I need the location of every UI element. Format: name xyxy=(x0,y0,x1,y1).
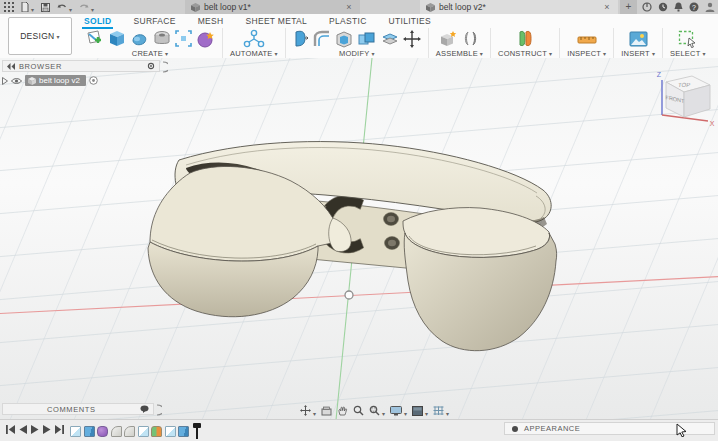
pan-tool-button[interactable] xyxy=(300,402,316,420)
group-automate: AUTOMATE xyxy=(223,28,286,58)
construct-plane-icon[interactable] xyxy=(517,29,533,48)
create-form-icon[interactable] xyxy=(196,30,215,48)
fillet-icon[interactable] xyxy=(313,30,331,48)
timeline-position-marker[interactable] xyxy=(196,424,198,439)
scene-canvas[interactable] xyxy=(0,58,718,419)
play-button[interactable] xyxy=(31,425,39,434)
profile-avatar-icon[interactable] xyxy=(705,2,715,12)
save-icon[interactable] xyxy=(41,3,50,12)
grid-settings-button[interactable] xyxy=(433,402,449,420)
viewport-3d[interactable]: BROWSER belt loop v2 TOP xyxy=(0,58,718,419)
group-inspect: INSPECT xyxy=(560,28,614,58)
model-hole-bottom-inner xyxy=(388,240,396,247)
automate-icon[interactable] xyxy=(243,29,265,49)
pan-icon xyxy=(300,405,311,416)
viewports-icon xyxy=(412,406,423,416)
automate-dropdown[interactable]: AUTOMATE xyxy=(230,49,278,58)
appearance-dot-icon xyxy=(511,425,519,433)
help-icon[interactable]: ? xyxy=(689,2,699,12)
expand-comments-chevron-icon[interactable] xyxy=(156,404,162,416)
split-body-icon[interactable] xyxy=(380,31,399,47)
timeline-feature-fillet[interactable] xyxy=(111,426,122,437)
select-icon[interactable] xyxy=(678,30,697,48)
viewcube[interactable]: TOP FRONT Z X xyxy=(646,58,718,130)
mouse-cursor xyxy=(676,423,688,437)
combine-icon[interactable] xyxy=(357,30,376,48)
inspect-dropdown[interactable]: INSPECT xyxy=(567,49,606,58)
browser-panel-header[interactable]: BROWSER xyxy=(2,60,160,72)
step-forward-button[interactable] xyxy=(43,425,51,434)
modify-caret-icon xyxy=(369,49,374,58)
shell-icon[interactable] xyxy=(335,30,353,48)
assemble-dropdown[interactable]: ASSEMBLE xyxy=(436,49,483,58)
main-toolbar: DESIGN SOLID SURFACE MESH SHEET METAL PL… xyxy=(0,14,718,59)
expand-browser-chevron-icon[interactable] xyxy=(162,61,168,73)
timeline-feature-extrude[interactable] xyxy=(84,426,95,437)
extrude-icon[interactable] xyxy=(108,29,126,48)
construct-dropdown[interactable]: CONSTRUCT xyxy=(498,49,552,58)
workspace-label: DESIGN xyxy=(20,31,54,41)
monitor-icon xyxy=(390,406,402,416)
revolve-icon[interactable] xyxy=(130,31,149,47)
timeline-feature-fillet[interactable] xyxy=(124,426,135,437)
timeline-feature-sketch[interactable] xyxy=(165,426,176,437)
create-dropdown[interactable]: CREATE xyxy=(132,49,168,58)
workspace-selector-button[interactable]: DESIGN xyxy=(8,17,72,55)
collapse-panel-icon[interactable] xyxy=(7,63,15,70)
browser-root-node[interactable]: belt loop v2 xyxy=(2,74,160,87)
go-to-end-button[interactable] xyxy=(55,425,64,434)
notifications-bell-icon[interactable] xyxy=(674,2,683,12)
comments-panel-header[interactable]: COMMENTS xyxy=(2,403,154,415)
timeline-feature-mirror[interactable] xyxy=(151,426,162,437)
timeline-feature-extrude[interactable] xyxy=(178,426,189,437)
insert-image-icon[interactable] xyxy=(629,31,648,47)
close-tab-icon[interactable] xyxy=(602,2,612,12)
go-to-start-button[interactable] xyxy=(6,425,15,434)
component-cube-icon xyxy=(28,77,36,85)
pan-caret-icon xyxy=(311,402,316,420)
measure-icon[interactable] xyxy=(577,31,597,47)
display-settings-button[interactable] xyxy=(390,402,407,420)
press-pull-icon[interactable] xyxy=(293,29,309,48)
timeline-feature-sketch[interactable] xyxy=(138,426,149,437)
close-tab-icon[interactable] xyxy=(344,2,354,12)
modify-dropdown[interactable]: MODIFY xyxy=(339,49,375,58)
group-modify: MODIFY xyxy=(286,28,429,58)
origin-marker[interactable] xyxy=(345,291,353,299)
viewports-button[interactable] xyxy=(412,402,428,420)
fit-view-button[interactable] xyxy=(321,406,332,416)
doc-tab-belt-loop-v2[interactable]: belt loop v2* xyxy=(420,0,618,14)
doc-tab-label: belt loop v2* xyxy=(439,2,598,12)
group-construct: CONSTRUCT xyxy=(491,28,560,58)
automate-caret-icon xyxy=(273,49,278,58)
group-insert: INSERT xyxy=(614,28,663,58)
new-tab-button[interactable] xyxy=(620,0,637,14)
step-back-button[interactable] xyxy=(19,425,27,434)
x-axis-line xyxy=(0,276,718,314)
create-sketch-icon[interactable] xyxy=(85,29,104,48)
visibility-eye-icon[interactable] xyxy=(11,77,22,85)
hole-icon[interactable] xyxy=(153,30,171,47)
activate-radio-icon[interactable] xyxy=(89,76,98,85)
gear-icon[interactable] xyxy=(147,62,155,70)
move-copy-icon[interactable] xyxy=(403,30,421,48)
select-dropdown[interactable]: SELECT xyxy=(670,49,706,58)
orbit-tool-button[interactable] xyxy=(337,405,348,416)
redo-icon xyxy=(79,3,89,12)
zoom-tool-button[interactable] xyxy=(353,405,364,416)
job-status-icon[interactable] xyxy=(642,2,652,12)
app-grid-icon[interactable] xyxy=(4,2,14,12)
expand-node-icon[interactable] xyxy=(2,77,8,85)
clock-icon[interactable] xyxy=(658,2,668,12)
insert-dropdown[interactable]: INSERT xyxy=(621,49,655,58)
joint-icon[interactable] xyxy=(462,30,479,47)
timeline-playback-controls xyxy=(6,425,64,434)
pattern-icon[interactable] xyxy=(175,30,192,47)
browser-node-selected[interactable]: belt loop v2 xyxy=(25,75,86,86)
doc-tab-belt-loop-v1[interactable]: belt loop v1* xyxy=(185,0,360,14)
model-belt-loop[interactable] xyxy=(148,142,557,351)
timeline-feature-form[interactable] xyxy=(97,426,108,437)
new-component-icon[interactable] xyxy=(439,30,458,48)
timeline-feature-sketch[interactable] xyxy=(70,426,81,437)
zoom-window-button[interactable] xyxy=(369,402,385,420)
